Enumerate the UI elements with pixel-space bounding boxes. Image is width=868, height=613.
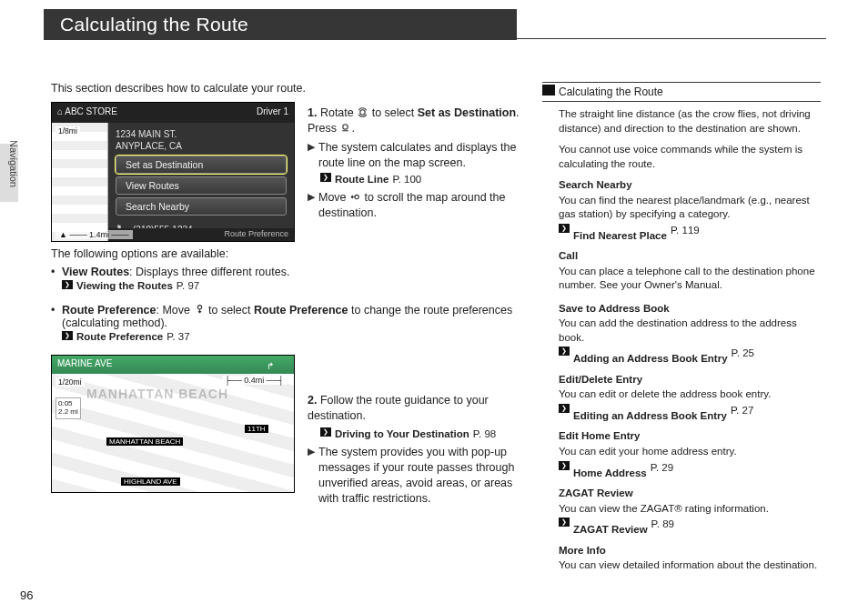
figure-destination-menu: ⌂ ABC STORE Driver 1 1/8mi 1234 MAIN ST.…	[51, 102, 295, 242]
fig2-zoom-chip: 1/20mi	[56, 377, 85, 387]
svg-point-0	[197, 306, 201, 309]
intro-text: This section describes how to calculate …	[51, 82, 524, 95]
page-title-bar: Calculating the Route	[44, 9, 517, 40]
step-number: 2.	[308, 394, 317, 407]
page-number: 96	[20, 588, 33, 602]
road-label: MANHATTAN BEACH	[106, 437, 183, 446]
title-rule	[517, 38, 826, 39]
fig2-eta-box: 0:05 2.2 mi	[56, 397, 81, 419]
sb-more-h: More Info	[559, 544, 821, 558]
dial-press-icon	[339, 122, 351, 134]
road-label: HIGHLAND AVE	[121, 477, 180, 486]
fig1-address: 1234 MAIN ST. ANYPLACE, CA	[108, 123, 294, 154]
xref-icon: ❯	[559, 461, 570, 470]
fig1-scale: ▲ ─── 1.4mi ───	[56, 230, 133, 239]
sb-save-h: Save to Address Book	[559, 302, 821, 317]
options-list: • View Routes: Displays three different …	[51, 266, 524, 344]
step-2: 2. Follow the route guidance to your des…	[308, 393, 524, 508]
sidebar-p1: The straight line distance (as the crow …	[559, 107, 821, 136]
xref-viewing-routes: ❯ Viewing the Routes P. 97	[62, 280, 289, 291]
triangle-icon: ▶	[308, 445, 315, 507]
svg-point-1	[360, 110, 365, 115]
page-title: Calculating the Route	[60, 14, 248, 35]
fig1-menu-view-routes: View Routes	[116, 176, 287, 195]
option-view-routes: • View Routes: Displays three different …	[51, 266, 524, 293]
road-label: 11TH	[245, 425, 268, 433]
xref-driving: ❯ Driving to Your Destination P. 98	[320, 427, 524, 442]
section-tab-label: Navigation	[0, 140, 19, 154]
fig1-menu-set-destination: Set as Destination	[116, 156, 287, 174]
fig1-scale-chip: 1/8mi	[56, 126, 80, 136]
fig1-panel: 1234 MAIN ST. ANYPLACE, CA Set as Destin…	[108, 123, 294, 241]
triangle-icon: ▶	[308, 190, 315, 221]
fig1-topbar: ⌂ ABC STORE Driver 1	[52, 103, 294, 123]
fig1-bottom: Route Preference	[108, 228, 294, 241]
joy-left-icon	[349, 191, 361, 203]
xref-route-line: ❯ Route Line P. 100	[320, 173, 524, 187]
xref-home-address: ❯Home AddressP. 29	[559, 461, 821, 482]
fig1-menu-search-nearby: Search Nearby	[116, 197, 287, 216]
turn-arrow-icon: ↱	[267, 361, 274, 371]
xref-icon: ❯	[320, 173, 331, 182]
sb-edit-h: Edit/Delete Entry	[559, 373, 821, 387]
fig2-banner: MARINE AVE ↱	[52, 356, 294, 374]
fig2-scale: ├── 0.4mi ──┤	[222, 376, 287, 385]
fig2-area-label: MANHATTAN BEACH	[86, 387, 228, 401]
fig1-driver: Driver 1	[257, 106, 288, 119]
option-route-preference: • Route Preference: Move to select Route…	[51, 304, 524, 344]
xref-icon: ❯	[559, 404, 570, 413]
sidebar-p2: You cannot use voice commands while the …	[559, 143, 821, 171]
joy-down-icon	[194, 304, 206, 316]
sb-zagat-h: ZAGAT Review	[559, 487, 821, 501]
xref-add-address: ❯Adding an Address Book EntryP. 25	[559, 347, 821, 367]
following-text: The following options are available:	[51, 247, 524, 260]
fig1-place-name: ⌂ ABC STORE	[57, 106, 117, 119]
info-sidebar: Calculating the Route The straight line …	[542, 82, 821, 573]
chevrons-icon	[542, 85, 555, 95]
svg-point-3	[355, 195, 358, 198]
figure-route-map: MARINE AVE ↱ ├── 0.4mi ──┤ MANHATTAN BEA…	[51, 355, 295, 493]
fig1-map	[52, 123, 108, 241]
manual-page: Calculating the Route Navigation This se…	[0, 0, 868, 613]
xref-icon: ❯	[62, 331, 73, 340]
xref-icon: ❯	[320, 427, 331, 437]
xref-edit-address: ❯Editing an Address Book EntryP. 27	[559, 404, 821, 425]
fig1-menu: Set as Destination View Routes Search Ne…	[108, 154, 294, 220]
xref-icon: ❯	[559, 347, 570, 356]
xref-icon: ❯	[62, 280, 73, 289]
sidebar-heading: Calculating the Route	[542, 82, 821, 102]
svg-point-2	[343, 125, 348, 129]
xref-route-preference: ❯ Route Preference P. 37	[62, 331, 524, 342]
dial-rotate-icon	[357, 106, 368, 118]
step-1: 1. Rotate to select Set as Destination. …	[308, 106, 524, 223]
sb-search-nearby-h: Search Nearby	[559, 178, 821, 193]
sb-home-h: Edit Home Entry	[559, 429, 821, 444]
step-1-sublist: ▶The system calculates and displays the …	[308, 140, 524, 171]
xref-icon: ❯	[559, 518, 570, 527]
xref-zagat: ❯ZAGAT ReviewP. 89	[559, 518, 821, 538]
sb-call-h: Call	[559, 249, 821, 264]
sidebar-body: The straight line distance (as the crow …	[542, 102, 821, 572]
step-number: 1.	[308, 106, 317, 119]
xref-icon: ❯	[559, 224, 570, 233]
xref-find-nearest: ❯Find Nearest PlaceP. 119	[559, 224, 821, 245]
triangle-icon: ▶	[308, 140, 315, 171]
